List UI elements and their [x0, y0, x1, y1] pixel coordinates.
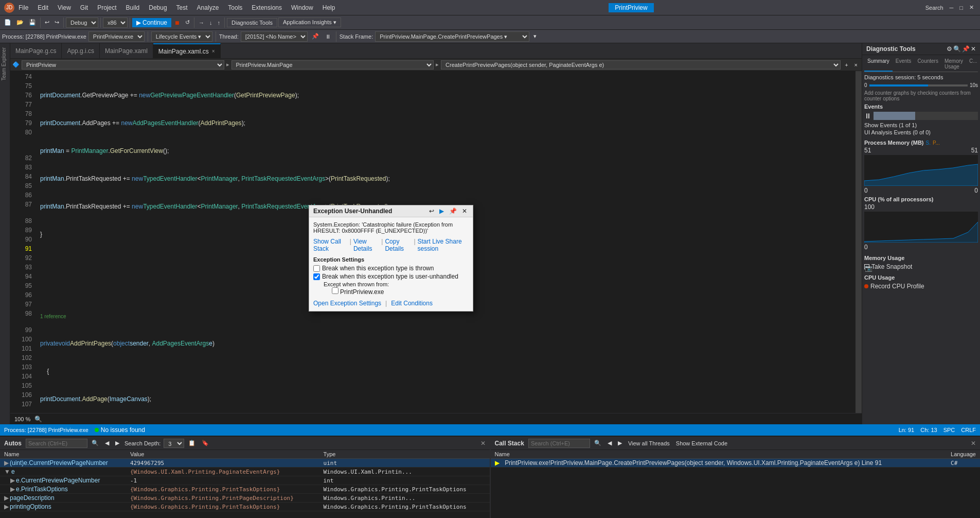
- call-stack-close[interactable]: ✕: [971, 440, 976, 447]
- diag-tab-memory[interactable]: Memory Usage: [941, 57, 966, 72]
- copy-details-link[interactable]: Copy Details: [385, 238, 412, 252]
- menu-view[interactable]: View: [54, 3, 75, 12]
- exception-checkbox-thrown[interactable]: [313, 265, 320, 272]
- autos-icon-btn-1[interactable]: 📋: [186, 439, 198, 447]
- autos-row-0[interactable]: ▶(uint)e.CurrentPreviewPageNumber 429496…: [0, 459, 490, 468]
- menu-window[interactable]: Window: [287, 3, 317, 12]
- menu-help[interactable]: Help: [318, 3, 340, 12]
- menu-analyze[interactable]: Analyze: [193, 3, 223, 12]
- exception-process-checkbox[interactable]: [332, 287, 338, 294]
- call-stack-search-input[interactable]: [528, 439, 590, 448]
- diag-tab-summary[interactable]: Summary: [864, 57, 893, 72]
- method-dropdown[interactable]: CreatePrintPreviewPages(object sender, P…: [441, 60, 841, 70]
- autos-row-2[interactable]: ▶e.CurrentPreviewPageNumber -1 int: [0, 476, 490, 485]
- menu-tools[interactable]: Tools: [224, 3, 246, 12]
- menu-test[interactable]: Test: [172, 3, 192, 12]
- nav-expand-button[interactable]: +: [843, 61, 850, 69]
- tab-app-g-i-cs[interactable]: App.g.i.cs: [62, 43, 100, 58]
- autos-row-1[interactable]: ▼e {Windows.UI.Xaml.Printing.PaginateEve…: [0, 468, 490, 476]
- start-live-share-link[interactable]: Start Live Share session: [418, 238, 469, 252]
- open-button[interactable]: 📂: [14, 18, 26, 27]
- new-file-button[interactable]: 📄: [2, 18, 13, 27]
- tab-mainpage-xaml[interactable]: MainPage.xaml: [100, 43, 153, 58]
- thread-pause-button[interactable]: ⏸: [323, 32, 333, 41]
- debug-config-dropdown[interactable]: Debug: [66, 18, 98, 28]
- diag-close-button[interactable]: ✕: [971, 45, 976, 53]
- close-button[interactable]: ✕: [967, 3, 976, 12]
- exception-close-button[interactable]: ✕: [460, 208, 469, 215]
- tab-mainpage-xaml-cs[interactable]: MainPage.xaml.cs ×: [153, 43, 221, 58]
- process-dropdown[interactable]: PrintPriview.exe: [88, 31, 145, 42]
- menu-project[interactable]: Project: [93, 3, 120, 12]
- diag-show-events[interactable]: Show Events (1 of 1): [864, 122, 978, 128]
- member-dropdown[interactable]: PrintPriview.MainPage: [231, 60, 434, 70]
- menu-file[interactable]: File: [14, 3, 32, 12]
- diag-pause-icon[interactable]: ⏸: [864, 112, 871, 120]
- diag-tab-cpu[interactable]: C...: [966, 57, 980, 72]
- stack-frame-dropdown[interactable]: PrintPriview.MainPage.CreatePrintPreview…: [375, 31, 529, 42]
- save-button[interactable]: 💾: [27, 18, 38, 27]
- view-all-threads-btn[interactable]: View all Threads: [626, 440, 672, 447]
- redo-button[interactable]: ↪: [52, 18, 61, 27]
- menu-git[interactable]: Git: [76, 3, 92, 12]
- continue-button[interactable]: ▶ Continue: [132, 18, 171, 27]
- app-insights-button[interactable]: Diagnostic Tools: [227, 18, 277, 27]
- platform-dropdown[interactable]: x86: [103, 18, 128, 28]
- exception-pin-button[interactable]: 📌: [448, 208, 458, 215]
- show-call-stack-link[interactable]: Show Call Stack: [313, 238, 348, 252]
- exception-run-button[interactable]: ▶: [438, 208, 446, 215]
- diag-tab-events[interactable]: Events: [893, 57, 915, 72]
- nav-close-button[interactable]: ×: [852, 61, 860, 69]
- autos-search-button[interactable]: 🔍: [90, 439, 101, 447]
- stack-frame-expand[interactable]: ▾: [531, 32, 539, 41]
- autos-row-3[interactable]: ▶e.PrintTaskOptions {Windows.Graphics.Pr…: [0, 485, 490, 494]
- tab-close-icon[interactable]: ×: [212, 48, 215, 54]
- step-over-button[interactable]: →: [197, 19, 206, 27]
- autos-search-input[interactable]: [26, 439, 87, 448]
- minimize-button[interactable]: ─: [948, 4, 956, 12]
- call-stack-back-btn[interactable]: ◀: [605, 439, 614, 447]
- stop-button[interactable]: ⏹: [172, 19, 182, 27]
- show-external-code-btn[interactable]: Show External Code: [674, 440, 729, 447]
- diag-search-button[interactable]: 🔍: [953, 45, 961, 53]
- menu-edit[interactable]: Edit: [33, 3, 52, 12]
- restore-button[interactable]: □: [957, 4, 965, 12]
- tab-mainpage-g-cs[interactable]: MainPage.g.cs: [10, 43, 62, 58]
- exception-checkbox-unhandled[interactable]: [313, 273, 320, 280]
- view-details-link[interactable]: View Details: [353, 238, 379, 252]
- record-cpu-button[interactable]: Record CPU Profile: [864, 283, 978, 290]
- diag-pin-button[interactable]: 📌: [962, 45, 970, 53]
- vertical-scrollbar[interactable]: [856, 71, 862, 413]
- thread-pin-button[interactable]: 📌: [310, 32, 321, 41]
- diag-settings-button[interactable]: ⚙: [947, 45, 952, 53]
- diag-ui-events[interactable]: UI Analysis Events (0 of 0): [864, 129, 978, 135]
- search-depth-dropdown[interactable]: 3: [164, 439, 184, 448]
- autos-panel-close[interactable]: ✕: [480, 440, 486, 447]
- autos-icon-btn-2[interactable]: 🔖: [200, 439, 211, 447]
- menu-debug[interactable]: Debug: [145, 3, 171, 12]
- diag-timeline-slider[interactable]: [869, 84, 968, 87]
- undo-button[interactable]: ↩: [43, 18, 51, 27]
- menu-build[interactable]: Build: [122, 3, 144, 12]
- autos-forward-button[interactable]: ▶: [113, 439, 121, 447]
- application-insights-button[interactable]: Application Insights ▾: [278, 18, 341, 27]
- diag-tab-counters[interactable]: Counters: [914, 57, 941, 72]
- edit-conditions-link[interactable]: Edit Conditions: [391, 300, 433, 307]
- autos-back-button[interactable]: ◀: [103, 439, 111, 447]
- exception-history-button[interactable]: ↩: [427, 208, 436, 215]
- take-snapshot-button[interactable]: 📷 Take Snapshot: [864, 263, 978, 270]
- call-stack-row-0[interactable]: ▶ PrintPriview.exe!PrintPriview.MainPage…: [491, 459, 981, 468]
- class-dropdown[interactable]: PrintPriview: [22, 60, 224, 70]
- call-stack-forward-btn[interactable]: ▶: [616, 439, 624, 447]
- open-exception-settings-link[interactable]: Open Exception Settings: [313, 300, 381, 307]
- step-into-button[interactable]: ↓: [207, 19, 215, 27]
- menu-extensions[interactable]: Extensions: [247, 3, 286, 12]
- thread-dropdown[interactable]: [20152] <No Name>: [241, 31, 308, 42]
- call-stack-search-btn[interactable]: 🔍: [592, 439, 603, 447]
- autos-row-5[interactable]: ▶printingOptions {Windows.Graphics.Print…: [0, 503, 490, 511]
- autos-row-4[interactable]: ▶pageDescription {Windows.Graphics.Print…: [0, 494, 490, 503]
- search-button[interactable]: Search: [923, 4, 946, 12]
- step-out-button[interactable]: ↑: [216, 19, 223, 27]
- restart-button[interactable]: ↺: [183, 18, 192, 27]
- lifecycle-dropdown[interactable]: Lifecycle Events ▾: [151, 31, 212, 42]
